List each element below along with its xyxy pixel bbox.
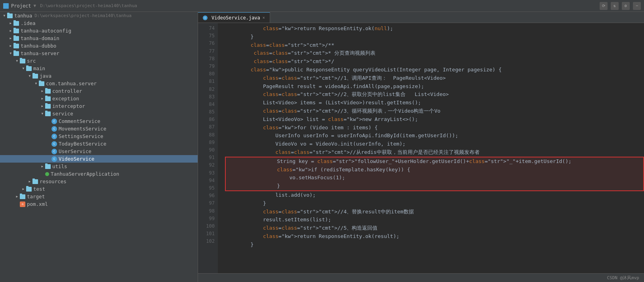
refresh-btn[interactable]: ⟳ bbox=[600, 2, 608, 10]
expand-arrow: ▶ bbox=[8, 36, 13, 41]
sidebar-label: java bbox=[40, 73, 51, 79]
title-bar-actions: ⟳ ⇅ ⚙ − bbox=[600, 2, 641, 10]
title-bar: Project ▼ D:\workspaces\project-heima140… bbox=[0, 0, 644, 12]
folder-icon-java bbox=[32, 74, 38, 79]
sidebar-item-resources[interactable]: ▶ resources bbox=[0, 178, 198, 185]
sidebar-label: TodayBestService bbox=[59, 141, 106, 147]
close-panel-btn[interactable]: − bbox=[633, 2, 641, 10]
sidebar-item-autoconfig[interactable]: ▶ tanhua-autoconfig bbox=[0, 27, 198, 35]
title-bar-left: Project ▼ D:\workspaces\project-heima140… bbox=[3, 3, 137, 9]
sidebar-item-tanhua[interactable]: ▼ tanhua D:\workspaces\project-heima140\… bbox=[0, 12, 198, 19]
sidebar-label: com.tanhua.server bbox=[46, 81, 97, 86]
folder-icon-server bbox=[13, 51, 19, 56]
folder-icon-src bbox=[20, 59, 25, 63]
sidebar-item-controller[interactable]: ▶ controller bbox=[0, 87, 198, 95]
sidebar-item-com-tanhua-server[interactable]: ▼ com.tanhua.server bbox=[0, 80, 198, 87]
sidebar-item-SettingsService[interactable]: ▶ c SettingsService bbox=[0, 132, 198, 140]
tab-close-btn[interactable]: × bbox=[263, 15, 265, 20]
sidebar-label: exception bbox=[52, 96, 79, 102]
sidebar-label: tanhua-server bbox=[21, 50, 59, 56]
tab-label: VideoService.java bbox=[211, 15, 260, 21]
sidebar-item-MovementsService[interactable]: ▶ c MovementsService bbox=[0, 125, 198, 132]
sidebar-label: interceptor bbox=[52, 103, 85, 109]
sidebar-item-TodayBestService[interactable]: ▶ c TodayBestService bbox=[0, 140, 198, 148]
sidebar-label: target bbox=[27, 194, 45, 200]
sidebar-label: UserService bbox=[59, 148, 91, 154]
project-icon bbox=[3, 3, 9, 9]
expand-arrow: ▼ bbox=[21, 66, 26, 71]
green-icon bbox=[45, 172, 49, 176]
expand-arrow: ▼ bbox=[27, 73, 32, 79]
expand-arrow: ▶ bbox=[27, 179, 32, 184]
expand-arrow: ▶ bbox=[8, 43, 13, 49]
sidebar-item-main[interactable]: ▼ main bbox=[0, 65, 198, 72]
line-numbers: 7475767778798081828384858687888990919293… bbox=[198, 23, 218, 273]
sidebar-item-java[interactable]: ▼ java bbox=[0, 72, 198, 80]
tab-file-icon: c bbox=[203, 15, 208, 20]
sidebar-item-service[interactable]: ▼ service bbox=[0, 110, 198, 117]
folder-icon-dubbo bbox=[13, 44, 19, 48]
expand-arrow: ▶ bbox=[8, 28, 13, 34]
folder-icon-service bbox=[45, 111, 51, 116]
folder-icon-autoconfig bbox=[13, 29, 19, 33]
folder-icon-main bbox=[26, 66, 32, 71]
sidebar-item-idea[interactable]: ▶ .idea bbox=[0, 19, 198, 27]
sidebar-label: SettingsService bbox=[59, 133, 103, 139]
sidebar-label: service bbox=[52, 111, 73, 117]
project-path-sidebar: D:\workspaces\project-heima140\tanhua bbox=[34, 13, 131, 18]
sidebar-item-UserService[interactable]: ▶ c UserService bbox=[0, 148, 198, 155]
sidebar-item-interceptor[interactable]: ▶ interceptor bbox=[0, 102, 198, 110]
sidebar-label: VideoService bbox=[59, 156, 94, 162]
expand-arrow: ▼ bbox=[2, 13, 7, 19]
java-icon: c bbox=[51, 134, 57, 139]
status-bar: CSDN @沐风mvp bbox=[198, 273, 644, 282]
java-icon: c bbox=[51, 119, 57, 124]
folder-icon-interceptor bbox=[45, 104, 51, 109]
sidebar-item-test[interactable]: ▶ test bbox=[0, 185, 198, 193]
dropdown-arrow[interactable]: ▼ bbox=[34, 3, 36, 8]
sidebar-item-exception[interactable]: ▶ exception bbox=[0, 95, 198, 102]
sidebar-label: main bbox=[33, 65, 45, 71]
status-text: CSDN @沐风mvp bbox=[607, 275, 639, 281]
xml-icon: m bbox=[20, 201, 25, 207]
sidebar-label: tanhua-autoconfig bbox=[21, 28, 71, 34]
java-icon: c bbox=[51, 149, 57, 154]
editor-area: c VideoService.java × 747576777879808182… bbox=[198, 12, 644, 282]
expand-arrow: ▶ bbox=[21, 186, 26, 192]
sidebar: ▼ tanhua D:\workspaces\project-heima140\… bbox=[0, 12, 198, 282]
expand-arrow: ▶ bbox=[40, 96, 45, 102]
project-label: Project bbox=[11, 3, 31, 9]
folder-icon-target bbox=[20, 194, 25, 199]
collapse-btn[interactable]: ⇅ bbox=[611, 2, 619, 10]
code-lines: class="kw">return ResponseEntity.ok(null… bbox=[218, 23, 644, 273]
sidebar-label: test bbox=[33, 186, 45, 192]
sidebar-label: src bbox=[27, 58, 36, 64]
sidebar-label: resources bbox=[40, 178, 67, 184]
sidebar-label: .idea bbox=[21, 20, 36, 26]
code-container[interactable]: 7475767778798081828384858687888990919293… bbox=[198, 23, 644, 273]
sidebar-item-server[interactable]: ▼ tanhua-server bbox=[0, 50, 198, 57]
expand-arrow: ▶ bbox=[40, 88, 45, 94]
sidebar-label: CommentService bbox=[59, 118, 100, 124]
sidebar-item-CommentService[interactable]: ▶ c CommentService bbox=[0, 117, 198, 125]
project-path: D:\workspaces\project-heima140\tanhua bbox=[40, 3, 137, 8]
sidebar-item-utils[interactable]: ▶ utils bbox=[0, 163, 198, 170]
sidebar-label: pom.xml bbox=[27, 201, 48, 207]
folder-icon-test bbox=[26, 187, 32, 192]
folder-icon-exception bbox=[45, 96, 51, 101]
folder-icon-com-tanhua-server bbox=[39, 81, 44, 86]
tab-videoservice[interactable]: c VideoService.java × bbox=[198, 12, 270, 23]
expand-arrow: ▼ bbox=[40, 111, 45, 117]
sidebar-item-TanhuaServerApplication[interactable]: ▶ TanhuaServerApplication bbox=[0, 170, 198, 178]
folder-icon-resources bbox=[32, 179, 38, 184]
sidebar-item-dubbo[interactable]: ▶ tanhua-dubbo bbox=[0, 42, 198, 50]
sidebar-item-VideoService[interactable]: ▶ c VideoService bbox=[0, 155, 198, 163]
sidebar-item-pom[interactable]: ▶ m pom.xml bbox=[0, 200, 198, 208]
expand-arrow: ▼ bbox=[33, 81, 39, 86]
sidebar-item-domain[interactable]: ▶ tanhua-domain bbox=[0, 35, 198, 42]
sidebar-label: controller bbox=[52, 88, 82, 94]
folder-icon-domain bbox=[13, 36, 19, 41]
sidebar-item-target[interactable]: ▶ target bbox=[0, 193, 198, 200]
sidebar-item-src[interactable]: ▼ src bbox=[0, 57, 198, 65]
settings-btn[interactable]: ⚙ bbox=[622, 2, 630, 10]
